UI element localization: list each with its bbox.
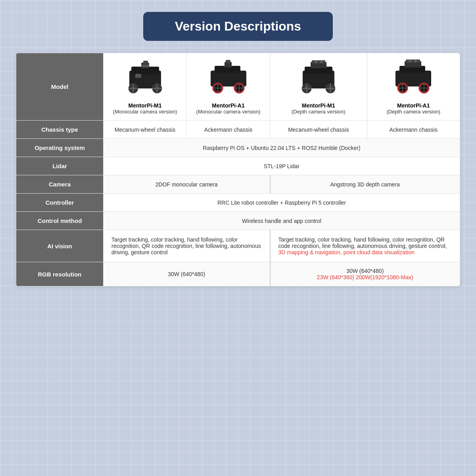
svg-rect-3 — [143, 61, 148, 64]
ai-vision-depth: Target tracking, color tracking, hand fo… — [270, 230, 460, 262]
os-row: Operating system Raspberry Pi OS + Ubunt… — [16, 139, 460, 157]
robot-image-3 — [293, 59, 344, 98]
svg-rect-31 — [312, 60, 325, 63]
model-row: Model — [16, 53, 460, 121]
svg-point-46 — [409, 60, 411, 62]
camera-monocular: 2DOF monocular camera — [104, 175, 270, 194]
svg-point-32 — [315, 61, 317, 63]
lidar-value: STL-19P Lidar — [104, 157, 460, 175]
model-name-1: MentorPi-M1 — [110, 102, 180, 109]
model-col-3: MentorPi-M1 (Depth camera version) — [270, 53, 367, 121]
chassis-row: Chassis type Mecanum-wheel chassis Acker… — [16, 121, 460, 139]
controller-value: RRC Lite robot controller + Raspberry Pi… — [104, 194, 460, 212]
control-method-row: Control method Wireless handle and app c… — [16, 212, 460, 230]
rgb-resolution-row: RGB resolution 30W (640*480) 30W (640*48… — [16, 262, 460, 286]
camera-header: Camera — [16, 175, 104, 194]
model-header: Model — [16, 53, 104, 121]
rgb-resolution-depth-red: 23W (640*360) 200W(1920*1080-Max) — [317, 274, 413, 280]
rgb-resolution-depth: 30W (640*480) 23W (640*360) 200W(1920*10… — [270, 262, 460, 286]
comparison-table: Model — [16, 53, 460, 286]
svg-point-47 — [415, 60, 417, 62]
robot-svg-2 — [203, 59, 254, 98]
os-value: Raspberry Pi OS + Ubuntu 22.04 LTS + ROS… — [104, 139, 460, 157]
model-desc-4: (Depth camera version) — [374, 109, 453, 115]
camera-depth: Angstrong 3D depth camera — [270, 175, 460, 194]
ai-vision-header: AI vision — [16, 230, 104, 262]
svg-rect-45 — [406, 60, 420, 63]
chassis-col-2: Ackermann chassis — [187, 121, 270, 139]
control-method-value: Wireless handle and app control — [104, 212, 460, 230]
controller-row: Controller RRC Lite robot controller + R… — [16, 194, 460, 212]
lidar-header: Lidar — [16, 157, 104, 175]
model-col-2: MentorPi-A1 (Monocular camera version) — [187, 53, 270, 121]
robot-svg-3 — [293, 59, 344, 98]
controller-header: Controller — [16, 194, 104, 212]
camera-row: Camera 2DOF monocular camera Angstrong 3… — [16, 175, 460, 194]
svg-point-33 — [320, 61, 322, 63]
robot-image-1 — [119, 59, 171, 98]
model-name-2: MentorPi-A1 — [193, 102, 263, 109]
ai-vision-row: AI vision Target tracking, color trackin… — [16, 230, 460, 262]
rgb-resolution-depth-normal: 30W (640*480) — [346, 268, 384, 274]
chassis-col-4: Ackermann chassis — [367, 121, 460, 139]
model-desc-1: (Monocular camera version) — [110, 109, 180, 115]
model-name-4: MentorPi-A1 — [374, 102, 453, 109]
os-header: Operating system — [16, 139, 104, 157]
title-container: Version Descriptions — [143, 12, 333, 41]
page-title: Version Descriptions — [175, 19, 301, 34]
svg-rect-13 — [135, 74, 141, 78]
model-col-1: MentorPi-M1 (Monocular camera version) — [104, 53, 187, 121]
ai-vision-depth-red: 3D mapping & navigation, point cloud dat… — [278, 249, 415, 255]
ai-vision-monocular: Target tracking, color tracking, hand fo… — [104, 230, 270, 262]
lidar-row: Lidar STL-19P Lidar — [16, 157, 460, 175]
model-desc-2: (Monocular camera version) — [193, 109, 263, 115]
chassis-col-1: Mecanum-wheel chassis — [104, 121, 187, 139]
model-desc-3: (Depth camera version) — [276, 109, 361, 115]
svg-rect-17 — [226, 60, 230, 63]
chassis-col-3: Mecanum-wheel chassis — [270, 121, 367, 139]
rgb-resolution-header: RGB resolution — [16, 262, 104, 286]
robot-svg-4 — [388, 59, 439, 98]
svg-rect-12 — [141, 65, 149, 67]
model-name-3: MentorPi-M1 — [276, 102, 361, 109]
rgb-resolution-monocular: 30W (640*480) — [104, 262, 270, 286]
chassis-header: Chassis type — [16, 121, 104, 139]
robot-svg-1 — [119, 59, 171, 98]
ai-vision-depth-normal: Target tracking, color tracking, hand fo… — [278, 236, 447, 249]
control-method-header: Control method — [16, 212, 104, 230]
robot-image-4 — [388, 59, 439, 98]
robot-image-2 — [203, 59, 254, 98]
model-col-4: MentorPi-A1 (Depth camera version) — [367, 53, 460, 121]
